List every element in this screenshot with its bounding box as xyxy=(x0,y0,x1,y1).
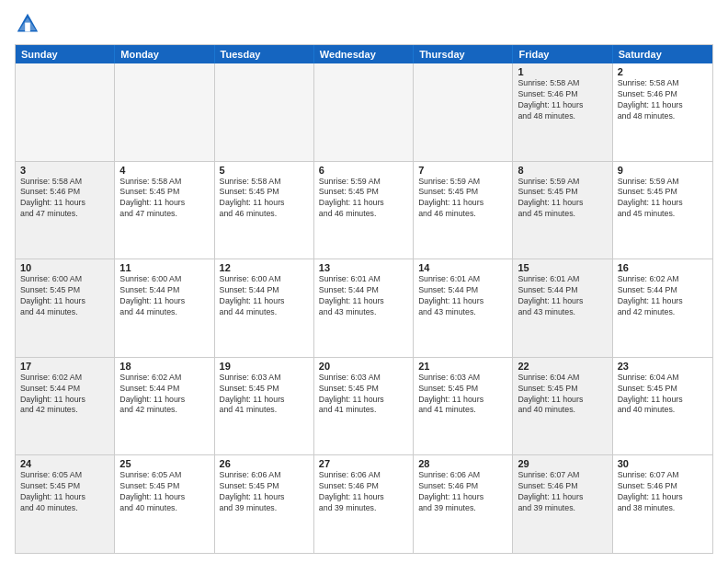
day-number: 24 xyxy=(20,458,109,469)
page: SundayMondayTuesdayWednesdayThursdayFrid… xyxy=(0,0,728,563)
cal-cell xyxy=(16,63,115,161)
day-number: 17 xyxy=(20,361,109,372)
day-number: 29 xyxy=(518,458,607,469)
day-number: 4 xyxy=(119,165,209,176)
cal-cell: 27Sunrise: 6:06 AM Sunset: 5:46 PM Dayli… xyxy=(314,455,414,553)
cal-cell: 4Sunrise: 5:58 AM Sunset: 5:45 PM Daylig… xyxy=(115,162,214,259)
cal-cell: 5Sunrise: 5:58 AM Sunset: 5:45 PM Daylig… xyxy=(215,162,314,259)
cal-cell: 20Sunrise: 6:03 AM Sunset: 5:45 PM Dayli… xyxy=(314,358,414,455)
day-info: Sunrise: 6:07 AM Sunset: 5:46 PM Dayligh… xyxy=(618,470,708,514)
day-info: Sunrise: 6:07 AM Sunset: 5:46 PM Dayligh… xyxy=(518,470,607,514)
day-info: Sunrise: 5:58 AM Sunset: 5:45 PM Dayligh… xyxy=(119,177,209,221)
day-number: 13 xyxy=(319,262,408,273)
day-info: Sunrise: 6:04 AM Sunset: 5:45 PM Dayligh… xyxy=(518,373,607,417)
day-info: Sunrise: 5:58 AM Sunset: 5:46 PM Dayligh… xyxy=(518,78,607,122)
cal-cell: 16Sunrise: 6:02 AM Sunset: 5:44 PM Dayli… xyxy=(613,259,712,357)
day-info: Sunrise: 6:02 AM Sunset: 5:44 PM Dayligh… xyxy=(119,373,209,417)
day-number: 10 xyxy=(20,262,109,273)
cal-cell xyxy=(115,63,214,161)
day-info: Sunrise: 6:00 AM Sunset: 5:45 PM Dayligh… xyxy=(20,274,109,318)
day-number: 22 xyxy=(518,361,607,372)
day-number: 25 xyxy=(119,458,209,469)
day-info: Sunrise: 6:04 AM Sunset: 5:45 PM Dayligh… xyxy=(618,373,708,417)
cal-cell xyxy=(215,63,314,161)
cal-cell: 7Sunrise: 5:59 AM Sunset: 5:45 PM Daylig… xyxy=(414,162,513,259)
cal-cell: 30Sunrise: 6:07 AM Sunset: 5:46 PM Dayli… xyxy=(613,455,712,553)
calendar-header: SundayMondayTuesdayWednesdayThursdayFrid… xyxy=(16,45,712,63)
cal-cell: 25Sunrise: 6:05 AM Sunset: 5:45 PM Dayli… xyxy=(115,455,214,553)
day-number: 12 xyxy=(220,262,309,273)
day-info: Sunrise: 6:00 AM Sunset: 5:44 PM Dayligh… xyxy=(119,274,209,318)
cal-cell: 18Sunrise: 6:02 AM Sunset: 5:44 PM Dayli… xyxy=(115,358,214,455)
header-day-sunday: Sunday xyxy=(16,45,115,63)
day-number: 26 xyxy=(220,458,309,469)
cal-cell: 12Sunrise: 6:00 AM Sunset: 5:44 PM Dayli… xyxy=(215,259,314,357)
cal-cell: 17Sunrise: 6:02 AM Sunset: 5:44 PM Dayli… xyxy=(16,358,115,455)
day-info: Sunrise: 6:02 AM Sunset: 5:44 PM Dayligh… xyxy=(618,274,708,318)
cal-cell: 22Sunrise: 6:04 AM Sunset: 5:45 PM Dayli… xyxy=(513,358,612,455)
day-info: Sunrise: 5:59 AM Sunset: 5:45 PM Dayligh… xyxy=(618,177,708,221)
cal-cell: 6Sunrise: 5:59 AM Sunset: 5:45 PM Daylig… xyxy=(314,162,414,259)
week-row-3: 17Sunrise: 6:02 AM Sunset: 5:44 PM Dayli… xyxy=(16,357,712,455)
header-day-thursday: Thursday xyxy=(414,45,513,63)
day-number: 19 xyxy=(220,361,309,372)
cal-cell: 1Sunrise: 5:58 AM Sunset: 5:46 PM Daylig… xyxy=(513,63,612,161)
logo xyxy=(15,11,44,37)
cal-cell: 23Sunrise: 6:04 AM Sunset: 5:45 PM Dayli… xyxy=(613,358,712,455)
cal-cell: 19Sunrise: 6:03 AM Sunset: 5:45 PM Dayli… xyxy=(215,358,314,455)
week-row-2: 10Sunrise: 6:00 AM Sunset: 5:45 PM Dayli… xyxy=(16,259,712,357)
week-row-1: 3Sunrise: 5:58 AM Sunset: 5:46 PM Daylig… xyxy=(16,161,712,259)
calendar: SundayMondayTuesdayWednesdayThursdayFrid… xyxy=(15,44,713,554)
day-info: Sunrise: 6:06 AM Sunset: 5:46 PM Dayligh… xyxy=(418,470,507,514)
svg-rect-2 xyxy=(25,23,30,32)
header-day-monday: Monday xyxy=(115,45,214,63)
header xyxy=(15,11,713,37)
week-row-4: 24Sunrise: 6:05 AM Sunset: 5:45 PM Dayli… xyxy=(16,454,712,553)
day-info: Sunrise: 6:06 AM Sunset: 5:46 PM Dayligh… xyxy=(319,470,408,514)
day-info: Sunrise: 6:02 AM Sunset: 5:44 PM Dayligh… xyxy=(20,373,109,417)
cal-cell: 10Sunrise: 6:00 AM Sunset: 5:45 PM Dayli… xyxy=(16,259,115,357)
day-info: Sunrise: 5:59 AM Sunset: 5:45 PM Dayligh… xyxy=(319,177,408,221)
day-number: 23 xyxy=(618,361,708,372)
day-info: Sunrise: 6:05 AM Sunset: 5:45 PM Dayligh… xyxy=(119,470,209,514)
day-number: 9 xyxy=(618,165,708,176)
day-number: 6 xyxy=(319,165,408,176)
day-info: Sunrise: 6:05 AM Sunset: 5:45 PM Dayligh… xyxy=(20,470,109,514)
day-number: 16 xyxy=(618,262,708,273)
header-day-wednesday: Wednesday xyxy=(314,45,414,63)
week-row-0: 1Sunrise: 5:58 AM Sunset: 5:46 PM Daylig… xyxy=(16,63,712,161)
cal-cell: 13Sunrise: 6:01 AM Sunset: 5:44 PM Dayli… xyxy=(314,259,414,357)
day-info: Sunrise: 5:58 AM Sunset: 5:46 PM Dayligh… xyxy=(20,177,109,221)
day-info: Sunrise: 6:06 AM Sunset: 5:45 PM Dayligh… xyxy=(220,470,309,514)
cal-cell: 2Sunrise: 5:58 AM Sunset: 5:46 PM Daylig… xyxy=(613,63,712,161)
day-number: 28 xyxy=(418,458,507,469)
day-info: Sunrise: 6:00 AM Sunset: 5:44 PM Dayligh… xyxy=(220,274,309,318)
day-info: Sunrise: 5:59 AM Sunset: 5:45 PM Dayligh… xyxy=(518,177,607,221)
cal-cell: 14Sunrise: 6:01 AM Sunset: 5:44 PM Dayli… xyxy=(414,259,513,357)
day-number: 15 xyxy=(518,262,607,273)
calendar-body: 1Sunrise: 5:58 AM Sunset: 5:46 PM Daylig… xyxy=(16,63,712,553)
header-day-friday: Friday xyxy=(513,45,612,63)
cal-cell: 3Sunrise: 5:58 AM Sunset: 5:46 PM Daylig… xyxy=(16,162,115,259)
day-number: 5 xyxy=(220,165,309,176)
cal-cell: 11Sunrise: 6:00 AM Sunset: 5:44 PM Dayli… xyxy=(115,259,214,357)
cal-cell: 24Sunrise: 6:05 AM Sunset: 5:45 PM Dayli… xyxy=(16,455,115,553)
day-number: 2 xyxy=(618,66,708,77)
day-number: 21 xyxy=(418,361,507,372)
day-info: Sunrise: 5:58 AM Sunset: 5:45 PM Dayligh… xyxy=(220,177,309,221)
day-number: 18 xyxy=(119,361,209,372)
day-number: 20 xyxy=(319,361,408,372)
day-info: Sunrise: 6:01 AM Sunset: 5:44 PM Dayligh… xyxy=(319,274,408,318)
day-info: Sunrise: 6:03 AM Sunset: 5:45 PM Dayligh… xyxy=(418,373,507,417)
cal-cell: 29Sunrise: 6:07 AM Sunset: 5:46 PM Dayli… xyxy=(513,455,612,553)
day-info: Sunrise: 6:03 AM Sunset: 5:45 PM Dayligh… xyxy=(220,373,309,417)
day-number: 8 xyxy=(518,165,607,176)
header-day-saturday: Saturday xyxy=(613,45,712,63)
day-number: 11 xyxy=(119,262,209,273)
cal-cell xyxy=(314,63,414,161)
cal-cell: 15Sunrise: 6:01 AM Sunset: 5:44 PM Dayli… xyxy=(513,259,612,357)
logo-icon xyxy=(15,11,40,37)
cal-cell: 9Sunrise: 5:59 AM Sunset: 5:45 PM Daylig… xyxy=(613,162,712,259)
day-info: Sunrise: 6:01 AM Sunset: 5:44 PM Dayligh… xyxy=(518,274,607,318)
day-info: Sunrise: 6:03 AM Sunset: 5:45 PM Dayligh… xyxy=(319,373,408,417)
